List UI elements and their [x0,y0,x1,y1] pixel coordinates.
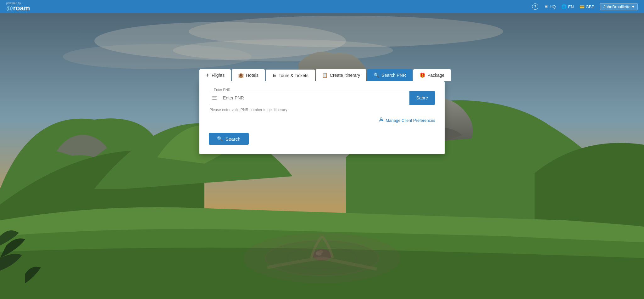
svg-rect-12 [212,96,217,97]
package-icon: 🎁 [419,72,425,78]
pnr-input-icon [209,91,220,105]
pnr-input-row: Sabre [209,91,435,105]
manage-prefs: Manage Client Preferences [209,117,435,123]
tab-create-itinerary[interactable]: 📋 Create Itinerary [316,69,366,81]
svg-point-15 [380,118,382,120]
currency-button[interactable]: 💳 GBP [580,4,594,9]
search-panel: Enter PNR Sabre Please enter valid PNR n… [199,81,445,154]
pnr-input[interactable] [220,91,409,105]
itinerary-icon: 📋 [322,72,328,78]
language-button[interactable]: 🌐 EN [561,4,574,9]
logo: powered by @roam [6,2,30,12]
tab-search-pnr[interactable]: 🔍 Search PNR [367,69,412,81]
tours-icon: 🖥 [272,73,277,78]
tab-hotels[interactable]: 🏨 Hotels [232,69,265,81]
tab-tours[interactable]: 🖥 Tours & Tickets [266,70,315,81]
tab-flights[interactable]: ✈ Flights [199,69,231,81]
navbar-right: ? 🖥 HQ 🌐 EN 💳 GBP JohnBrouillette ▾ [532,3,638,10]
logo-roam-text: @roam [6,5,30,12]
svg-rect-13 [212,98,216,98]
search-button-icon: 🔍 [217,136,223,142]
navbar: powered by @roam ? 🖥 HQ 🌐 EN 💳 GBP JohnB… [0,0,644,13]
help-icon[interactable]: ? [532,3,538,10]
main-container: ✈ Flights 🏨 Hotels 🖥 Tours & Tickets 📋 C… [199,69,445,154]
user-name: JohnBrouillette [603,4,630,9]
svg-point-4 [173,39,393,61]
pnr-field-wrapper: Enter PNR Sabre [209,91,435,105]
hotels-icon: 🏨 [238,72,244,78]
search-pnr-icon: 🔍 [374,72,380,78]
pnr-field-label: Enter PNR [213,88,232,92]
tab-search-pnr-label: Search PNR [381,73,406,78]
tab-itinerary-label: Create Itinerary [330,73,360,78]
tab-tours-label: Tours & Tickets [279,73,308,78]
svg-rect-14 [212,99,217,100]
search-button[interactable]: 🔍 Search [209,133,249,145]
tab-package[interactable]: 🎁 Package [413,69,451,81]
tab-flights-label: Flights [212,73,225,78]
search-button-label: Search [225,136,241,142]
tab-package-label: Package [427,73,444,78]
tab-hotels-label: Hotels [246,73,258,78]
user-menu[interactable]: JohnBrouillette ▾ [600,3,638,10]
manage-prefs-link[interactable]: Manage Client Preferences [386,118,435,123]
pnr-validation-message: Please enter valid PNR number to get iti… [209,108,435,112]
svg-point-16 [382,120,383,121]
flights-icon: ✈ [206,72,210,78]
manage-prefs-icon [379,117,384,123]
sabre-button[interactable]: Sabre [409,91,435,105]
hq-button[interactable]: 🖥 HQ [544,4,556,9]
tab-bar: ✈ Flights 🏨 Hotels 🖥 Tours & Tickets 📋 C… [199,69,445,81]
svg-point-11 [319,250,323,253]
user-chevron: ▾ [632,4,634,9]
